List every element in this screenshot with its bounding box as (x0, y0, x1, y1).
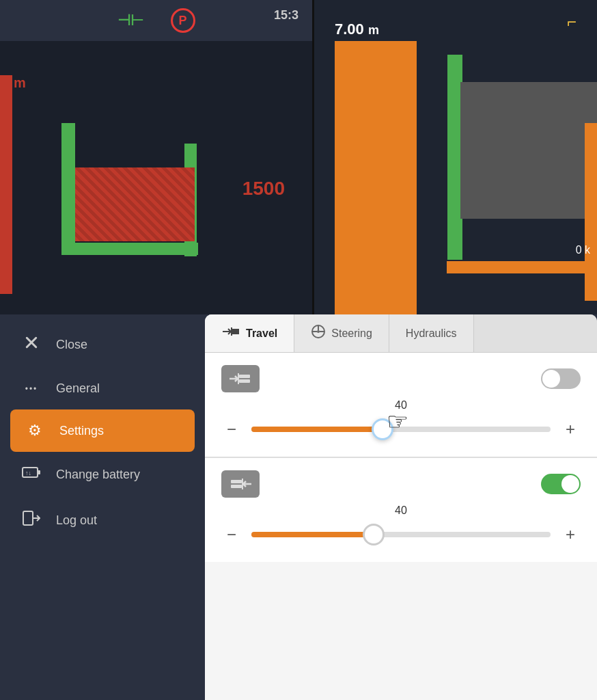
tab-travel[interactable]: Travel (205, 314, 294, 352)
svg-rect-21 (231, 480, 242, 483)
sidebar-item-general[interactable]: ••• General (0, 368, 205, 409)
sidebar-label-settings: Settings (59, 424, 104, 438)
steering-tab-icon (311, 324, 326, 342)
toggle-check-icon: ✓ (568, 478, 575, 488)
scene-left: m 1500 (0, 41, 312, 314)
slider2-thumb[interactable] (363, 524, 385, 546)
simulator-views: ⊣⊢ P 15:3 m 1500 7.00 m ⌐ 0 k (0, 0, 597, 314)
setting2-icon (221, 470, 260, 498)
panel-content: 40 − ☞ + (205, 353, 597, 700)
setting-row-2-header: ✓ (221, 470, 581, 498)
svg-point-11 (317, 330, 320, 333)
sidebar-label-general: General (56, 381, 100, 396)
sidebar-label-close: Close (56, 338, 87, 352)
slider-section-1: − ☞ + (221, 414, 581, 444)
setting1-icon (221, 365, 260, 392)
slider1-plus[interactable]: + (560, 420, 581, 439)
slider-section-2: − + (221, 520, 581, 550)
svg-text:↑↓: ↑↓ (25, 470, 31, 476)
fork-tine-left (61, 243, 198, 255)
setting-row-1: 40 − ☞ + (205, 353, 597, 458)
close-icon (20, 335, 42, 354)
value-0k: 0 k (576, 244, 590, 256)
calibrate-icon: ⊣⊢ (117, 12, 143, 29)
right-panel: Travel Steering Hydraulics (205, 314, 597, 700)
svg-rect-4 (23, 511, 33, 525)
fork-tine-right-bottom (447, 261, 597, 273)
slider1-fill (251, 427, 380, 432)
fork-body-left (61, 123, 75, 253)
sidebar-item-close[interactable]: Close (0, 321, 205, 368)
slider1-track[interactable]: ☞ (251, 427, 551, 432)
setting-row-2: ✓ 40 − + (205, 458, 597, 562)
scene-right: 7.00 m ⌐ 0 k (314, 0, 597, 314)
toggle-setting2[interactable]: ✓ (541, 474, 581, 494)
pallet-left (75, 167, 195, 241)
tab-steering-label: Steering (331, 327, 372, 340)
toggle-setting1[interactable] (541, 368, 581, 389)
slider1-thumb[interactable] (372, 418, 393, 440)
sidebar-item-settings[interactable]: ⚙ Settings (10, 409, 195, 452)
top-bar-left: ⊣⊢ P (0, 0, 312, 41)
time-display: 15:3 (274, 8, 298, 23)
dist-label: 7.00 m (335, 21, 379, 38)
sidebar-label-logout: Log out (56, 513, 97, 528)
general-icon: ••• (20, 384, 42, 394)
setting-row-1-header (221, 365, 581, 392)
red-bar-left (0, 75, 12, 294)
sidebar: Close ••• General ⚙ Settings ↑↓ Change b… (0, 314, 205, 700)
slider2-minus[interactable]: − (221, 525, 242, 544)
slider2-track[interactable] (251, 532, 551, 537)
sidebar-item-change-battery[interactable]: ↑↓ Change battery (0, 452, 205, 497)
tab-travel-label: Travel (246, 327, 277, 340)
orange-bar-right (335, 41, 417, 314)
tab-steering[interactable]: Steering (294, 314, 389, 352)
slider2-value: 40 (221, 504, 581, 517)
slider1-minus[interactable]: − (221, 420, 242, 439)
svg-rect-20 (242, 479, 243, 489)
svg-rect-16 (238, 373, 239, 384)
svg-rect-9 (232, 332, 239, 334)
slider2-fill (251, 532, 371, 537)
sidebar-label-change-battery: Change battery (56, 468, 140, 482)
yellow-icon-right: ⌐ (567, 12, 577, 31)
svg-rect-1 (38, 470, 40, 474)
travel-tab-icon (221, 325, 240, 341)
svg-rect-7 (231, 327, 232, 336)
sidebar-item-logout[interactable]: Log out (0, 497, 205, 543)
parking-icon: P (171, 8, 195, 33)
svg-rect-17 (239, 375, 250, 378)
svg-rect-8 (232, 329, 239, 332)
bottom-section: Close ••• General ⚙ Settings ↑↓ Change b… (0, 314, 597, 700)
slider2-plus[interactable]: + (560, 525, 581, 544)
value-1500: 1500 (242, 178, 285, 200)
svg-rect-18 (239, 379, 250, 383)
battery-icon: ↑↓ (20, 466, 42, 483)
slider1-value: 40 (221, 399, 581, 412)
svg-rect-22 (231, 485, 242, 488)
tab-hydraulics[interactable]: Hydraulics (389, 314, 474, 352)
logout-icon (20, 511, 42, 530)
fork-side-right (585, 123, 597, 301)
tabs-bar: Travel Steering Hydraulics (205, 314, 597, 353)
m-label-left: m (14, 75, 26, 91)
load-right (460, 82, 597, 219)
settings-icon: ⚙ (24, 422, 46, 440)
toggle-knob-1 (542, 370, 560, 388)
tab-hydraulics-label: Hydraulics (406, 327, 457, 340)
view-left: ⊣⊢ P 15:3 m 1500 (0, 0, 314, 314)
view-right: 7.00 m ⌐ 0 k (314, 0, 597, 314)
